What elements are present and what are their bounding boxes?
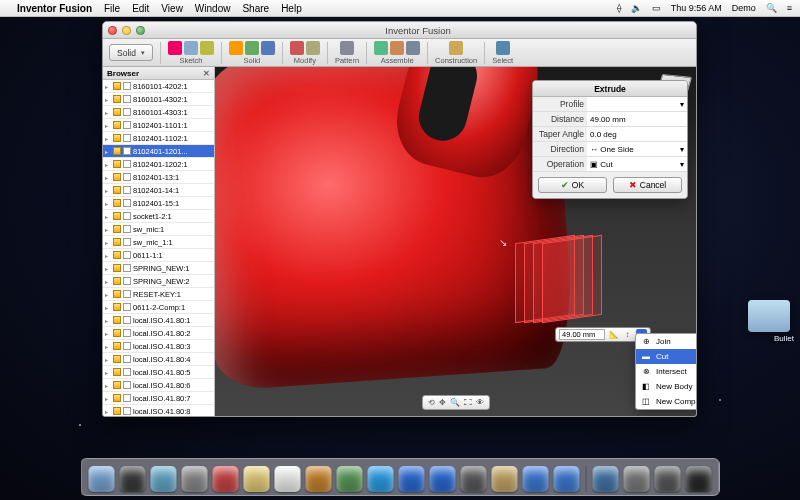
menubar-share[interactable]: Share bbox=[242, 3, 269, 14]
solid-tool-2-icon[interactable] bbox=[245, 41, 259, 55]
extrude-drag-arrow-icon[interactable]: ↘ bbox=[499, 237, 507, 248]
disclosure-arrow-icon[interactable]: ▸ bbox=[105, 356, 111, 363]
browser-item[interactable]: ▸0611-2-Comp:1 bbox=[103, 301, 214, 314]
dock-app-icon[interactable] bbox=[120, 466, 146, 492]
extrude-direction-select[interactable]: ↔ One Side▾ bbox=[590, 143, 684, 155]
browser-item[interactable]: ▸8102401-1201... bbox=[103, 145, 214, 158]
solid-tool-1-icon[interactable] bbox=[229, 41, 243, 55]
zoom-icon[interactable]: 🔍 bbox=[450, 398, 460, 407]
dock-app-icon[interactable] bbox=[244, 466, 270, 492]
disclosure-arrow-icon[interactable]: ▸ bbox=[105, 200, 111, 207]
visibility-checkbox[interactable] bbox=[123, 186, 131, 194]
visibility-checkbox[interactable] bbox=[123, 407, 131, 415]
disclosure-arrow-icon[interactable]: ▸ bbox=[105, 226, 111, 233]
dock-app-icon[interactable] bbox=[275, 466, 301, 492]
disclosure-arrow-icon[interactable]: ▸ bbox=[105, 330, 111, 337]
browser-item[interactable]: ▸local.ISO.41.80:3 bbox=[103, 340, 214, 353]
dock-app-icon[interactable] bbox=[89, 466, 115, 492]
fit-icon[interactable]: ⛶ bbox=[464, 398, 472, 407]
menubar-edit[interactable]: Edit bbox=[132, 3, 149, 14]
visibility-checkbox[interactable] bbox=[123, 290, 131, 298]
visibility-checkbox[interactable] bbox=[123, 368, 131, 376]
browser-item[interactable]: ▸RESET-KEY:1 bbox=[103, 288, 214, 301]
dock-app-icon[interactable] bbox=[337, 466, 363, 492]
browser-item[interactable]: ▸8160101-4303:1 bbox=[103, 106, 214, 119]
visibility-checkbox[interactable] bbox=[123, 225, 131, 233]
visibility-checkbox[interactable] bbox=[123, 303, 131, 311]
disclosure-arrow-icon[interactable]: ▸ bbox=[105, 382, 111, 389]
dock-app-icon[interactable] bbox=[523, 466, 549, 492]
visibility-checkbox[interactable] bbox=[123, 147, 131, 155]
select-tool-icon[interactable] bbox=[496, 41, 510, 55]
toolbar-group-solid[interactable]: Solid bbox=[244, 56, 261, 65]
visibility-checkbox[interactable] bbox=[123, 251, 131, 259]
disclosure-arrow-icon[interactable]: ▸ bbox=[105, 161, 111, 168]
dock-app-icon[interactable] bbox=[430, 466, 456, 492]
extrude-panel[interactable]: Extrude Profile ▾ Distance Taper Angle D… bbox=[532, 80, 688, 199]
browser-item[interactable]: ▸0611-1:1 bbox=[103, 249, 214, 262]
extrude-operation-select[interactable]: ▣ Cut▾ bbox=[590, 158, 684, 170]
dock-app-icon[interactable] bbox=[306, 466, 332, 492]
visibility-checkbox[interactable] bbox=[123, 82, 131, 90]
disclosure-arrow-icon[interactable]: ▸ bbox=[105, 265, 111, 272]
browser-item[interactable]: ▸SPRING_NEW:1 bbox=[103, 262, 214, 275]
dock-app-icon[interactable] bbox=[554, 466, 580, 492]
disclosure-arrow-icon[interactable]: ▸ bbox=[105, 291, 111, 298]
disclosure-arrow-icon[interactable]: ▸ bbox=[105, 317, 111, 324]
visibility-checkbox[interactable] bbox=[123, 381, 131, 389]
browser-item[interactable]: ▸8102401-1102:1 bbox=[103, 132, 214, 145]
disclosure-arrow-icon[interactable]: ▸ bbox=[105, 304, 111, 311]
browser-item[interactable]: ▸8160101-4302:1 bbox=[103, 93, 214, 106]
pan-icon[interactable]: ✥ bbox=[439, 398, 446, 407]
toolbar-group-modify[interactable]: Modify bbox=[294, 56, 316, 65]
operation-menu-item[interactable]: ⊕Join bbox=[636, 334, 696, 349]
dock-app-icon[interactable] bbox=[655, 466, 681, 492]
disclosure-arrow-icon[interactable]: ▸ bbox=[105, 408, 111, 415]
visibility-checkbox[interactable] bbox=[123, 342, 131, 350]
visibility-checkbox[interactable] bbox=[123, 355, 131, 363]
spotlight-icon[interactable]: 🔍 bbox=[766, 3, 777, 13]
pattern-tool-icon[interactable] bbox=[340, 41, 354, 55]
disclosure-arrow-icon[interactable]: ▸ bbox=[105, 343, 111, 350]
browser-item[interactable]: ▸8160101-4202:1 bbox=[103, 80, 214, 93]
modify-tool-2-icon[interactable] bbox=[306, 41, 320, 55]
browser-item[interactable]: ▸local.ISO.41.80:7 bbox=[103, 392, 214, 405]
dock-app-icon[interactable] bbox=[686, 466, 712, 492]
extrude-cancel-button[interactable]: ✖Cancel bbox=[613, 177, 682, 193]
visibility-checkbox[interactable] bbox=[123, 134, 131, 142]
disclosure-arrow-icon[interactable]: ▸ bbox=[105, 135, 111, 142]
visibility-checkbox[interactable] bbox=[123, 212, 131, 220]
zoom-window-button[interactable] bbox=[136, 26, 145, 35]
toolbar-group-construction[interactable]: Construction bbox=[435, 56, 477, 65]
operation-menu-item[interactable]: ◫New Component bbox=[636, 394, 696, 409]
menubar-file[interactable]: File bbox=[104, 3, 120, 14]
disclosure-arrow-icon[interactable]: ▸ bbox=[105, 96, 111, 103]
browser-item[interactable]: ▸8102401-1202:1 bbox=[103, 158, 214, 171]
orbit-icon[interactable]: ⟲ bbox=[428, 398, 435, 407]
toolbar-group-sketch[interactable]: Sketch bbox=[179, 56, 202, 65]
toolbar-group-assemble[interactable]: Assemble bbox=[381, 56, 414, 65]
dock-app-icon[interactable] bbox=[182, 466, 208, 492]
dock-app-icon[interactable] bbox=[624, 466, 650, 492]
extrude-taper-input[interactable] bbox=[590, 128, 684, 140]
dock-app-icon[interactable] bbox=[593, 466, 619, 492]
extrude-ok-button[interactable]: ✔OK bbox=[538, 177, 607, 193]
browser-item[interactable]: ▸8102401-15:1 bbox=[103, 197, 214, 210]
battery-icon[interactable]: ▭ bbox=[652, 3, 661, 13]
visibility-checkbox[interactable] bbox=[123, 108, 131, 116]
visibility-checkbox[interactable] bbox=[123, 394, 131, 402]
browser-item[interactable]: ▸local.ISO.41.80:5 bbox=[103, 366, 214, 379]
sketch-tool-3-icon[interactable] bbox=[200, 41, 214, 55]
dock-app-icon[interactable] bbox=[399, 466, 425, 492]
disclosure-arrow-icon[interactable]: ▸ bbox=[105, 187, 111, 194]
visibility-checkbox[interactable] bbox=[123, 264, 131, 272]
dock-app-icon[interactable] bbox=[151, 466, 177, 492]
extrude-profile-select[interactable]: ▾ bbox=[590, 98, 684, 110]
solid-tool-3-icon[interactable] bbox=[261, 41, 275, 55]
browser-item[interactable]: ▸sw_mic_1:1 bbox=[103, 236, 214, 249]
browser-item[interactable]: ▸sw_mic:1 bbox=[103, 223, 214, 236]
browser-item[interactable]: ▸local.ISO.41.80:2 bbox=[103, 327, 214, 340]
menubar-app[interactable]: Inventor Fusion bbox=[17, 3, 92, 14]
notification-center-icon[interactable]: ≡ bbox=[787, 3, 792, 13]
operation-menu-item[interactable]: ▬Cut bbox=[636, 349, 696, 364]
